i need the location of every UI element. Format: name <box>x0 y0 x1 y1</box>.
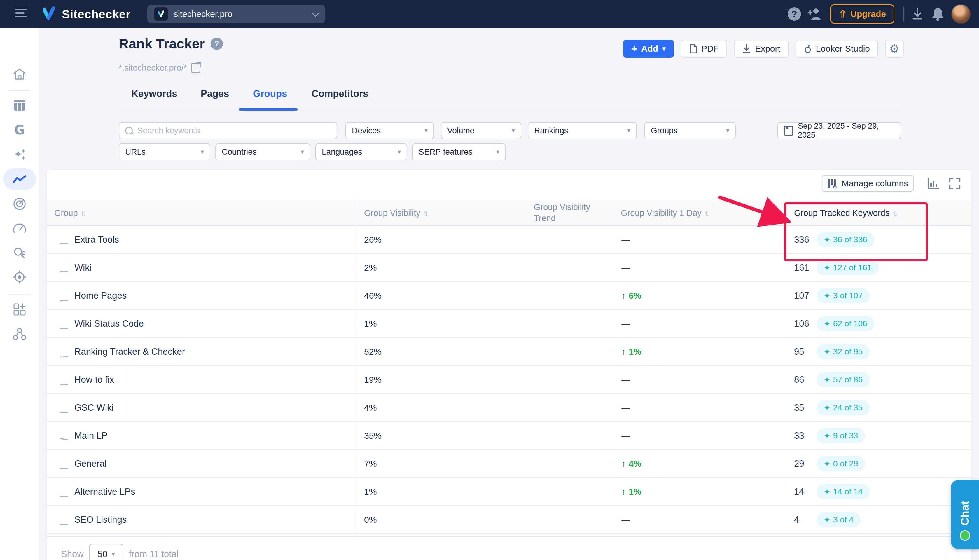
column-header-group-tracked-keywords[interactable]: Group Tracked Keywords ↑↓ <box>794 199 897 227</box>
tracked-keywords-badge[interactable]: ✦ 57 of 86 <box>817 372 870 387</box>
group-name[interactable]: Home Pages <box>74 282 127 310</box>
date-range-picker[interactable]: Sep 23, 2025 - Sep 29, 2025 <box>777 122 901 139</box>
caret-down-icon: ▾ <box>496 148 499 156</box>
tracked-keywords-badge[interactable]: ✦ 24 of 35 <box>817 400 870 415</box>
column-header-group-visibility[interactable]: Group Visibility ↑↓ <box>364 199 429 227</box>
tracked-keywords-badge[interactable]: ✦ 127 of 161 <box>817 260 879 275</box>
group-name[interactable]: General <box>74 450 107 477</box>
table-row[interactable]: Extra Tools 26% — 336 ✦ 36 of 336 <box>47 226 971 254</box>
sidebar-item-api[interactable] <box>0 323 39 345</box>
group-name[interactable]: Main LP <box>74 422 108 450</box>
table-row[interactable]: SEO Listings 0% — 4 ✦ 3 of 4 <box>47 506 971 534</box>
table-row[interactable]: General 7% ↑4% 29 ✦ 0 of 29 <box>47 450 971 478</box>
tracked-keywords-badge[interactable]: ✦ 36 of 336 <box>817 232 874 247</box>
sidebar-item-site-speed[interactable] <box>0 218 39 239</box>
tab-groups[interactable]: Groups <box>253 88 287 99</box>
tracked-keywords-badge[interactable]: ✦ 3 of 4 <box>817 512 861 527</box>
group-name[interactable]: Ranking Tracker & Checker <box>74 338 185 365</box>
expand-chevron-icon[interactable] <box>60 347 68 357</box>
group-name[interactable]: Extra Tools <box>74 226 119 253</box>
search-keywords-input-box[interactable] <box>119 122 337 139</box>
filter-groups[interactable]: Groups▾ <box>644 122 736 139</box>
sidebar-item-goal-tracking[interactable] <box>0 193 39 215</box>
tab-keywords[interactable]: Keywords <box>131 88 177 99</box>
sidebar-item-ai[interactable] <box>0 144 39 165</box>
group-name[interactable]: Wiki Status Code <box>74 310 144 337</box>
column-header-group[interactable]: Group ↑↓ <box>54 199 86 227</box>
sidebar-item-monitoring[interactable] <box>0 266 39 288</box>
export-button[interactable]: Export <box>734 40 789 58</box>
tracked-keywords-badge[interactable]: ✦ 62 of 106 <box>817 316 874 331</box>
filter-serp-features[interactable]: SERP features▾ <box>412 143 506 160</box>
invite-user-button[interactable] <box>805 8 825 20</box>
chart-view-button[interactable] <box>927 177 939 191</box>
notifications-button[interactable] <box>928 7 948 21</box>
chat-widget-button[interactable]: Chat <box>951 480 979 549</box>
pdf-button[interactable]: PDF <box>681 40 727 58</box>
group-name[interactable]: How to fix <box>74 366 114 393</box>
expand-chevron-icon[interactable] <box>60 319 68 329</box>
table-row[interactable]: How to fix 19% — 86 ✦ 57 of 86 <box>47 366 971 394</box>
expand-chevron-icon[interactable] <box>60 459 68 469</box>
group-visibility-value: 1% <box>364 310 377 337</box>
title-help-icon[interactable]: ? <box>211 38 223 50</box>
page-size-select[interactable]: 50 ▾ <box>89 544 123 560</box>
tab-competitors[interactable]: Competitors <box>312 88 368 99</box>
sidebar-item-integrations[interactable] <box>0 299 39 320</box>
sidebar-item-rank-tracker[interactable] <box>0 168 39 190</box>
table-row[interactable]: Home Pages 46% ↑6% 107 ✦ 3 of 107 <box>47 282 971 310</box>
sidebar-item-home[interactable] <box>0 63 39 85</box>
export-report-button[interactable] <box>907 8 928 20</box>
table-row[interactable]: Wiki 2% — 161 ✦ 127 of 161 <box>47 254 971 282</box>
user-avatar[interactable] <box>951 4 971 24</box>
tracked-keywords-badge[interactable]: ✦ 9 of 33 <box>817 428 865 443</box>
tab-pages[interactable]: Pages <box>201 88 229 99</box>
expand-chevron-icon[interactable] <box>60 235 68 245</box>
column-header-group-visibility-1-day[interactable]: Group Visibility 1 Day ↑↓ <box>621 199 710 227</box>
tracked-keywords-badge[interactable]: ✦ 14 of 14 <box>817 484 870 499</box>
expand-chevron-icon[interactable] <box>60 431 68 441</box>
table-row[interactable]: Alternative LPs 1% ↑1% 14 ✦ 14 of 14 <box>47 478 971 506</box>
filter-volume[interactable]: Volume▾ <box>441 122 521 139</box>
sidebar-item-backlinks[interactable] <box>0 242 39 264</box>
group-name[interactable]: Wiki <box>74 254 92 282</box>
upgrade-button[interactable]: ⇧ Upgrade <box>830 4 894 23</box>
group-name[interactable]: SEO Listings <box>74 506 127 533</box>
expand-chevron-icon[interactable] <box>60 515 68 525</box>
sparkle-diamond-icon: ✦ <box>824 487 830 497</box>
settings-button[interactable]: ⚙ <box>885 40 904 58</box>
expand-chevron-icon[interactable] <box>60 263 68 273</box>
column-header-group-visibility-trend[interactable]: Group Visibility Trend <box>534 199 595 227</box>
table-row[interactable]: Main LP 35% — 33 ✦ 9 of 33 <box>47 422 971 450</box>
filter-countries[interactable]: Countries▾ <box>215 143 310 160</box>
expand-chevron-icon[interactable] <box>60 291 68 301</box>
sidebar-item-dashboard[interactable] <box>0 95 39 116</box>
filter-urls[interactable]: URLs▾ <box>119 143 210 160</box>
fullscreen-button[interactable] <box>949 177 961 191</box>
expand-chevron-icon[interactable] <box>60 487 68 497</box>
filter-devices[interactable]: Devices▾ <box>345 122 434 139</box>
expand-chevron-icon[interactable] <box>60 375 68 385</box>
table-row[interactable]: Wiki Status Code 1% — 106 ✦ 62 of 106 <box>47 310 971 338</box>
brand-logo[interactable]: Sitechecker <box>40 5 131 23</box>
search-keywords-input[interactable] <box>137 126 331 136</box>
project-selector[interactable]: sitechecker.pro <box>147 5 325 23</box>
looker-studio-button[interactable]: Looker Studio <box>796 40 878 58</box>
tracked-keywords-badge[interactable]: ✦ 0 of 29 <box>817 456 865 471</box>
filter-languages[interactable]: Languages▾ <box>315 143 407 160</box>
expand-chevron-icon[interactable] <box>60 403 68 413</box>
tracked-keywords-badge[interactable]: ✦ 3 of 107 <box>817 288 870 303</box>
table-row[interactable]: Ranking Tracker & Checker 52% ↑1% 95 ✦ 3… <box>47 338 971 366</box>
group-name[interactable]: Alternative LPs <box>74 478 135 505</box>
filter-rankings[interactable]: Rankings▾ <box>528 122 637 139</box>
hamburger-menu-icon[interactable] <box>15 9 27 19</box>
group-name[interactable]: GSC Wiki <box>74 394 113 422</box>
sidebar-item-google[interactable]: G <box>0 119 39 141</box>
add-button[interactable]: + Add ▾ <box>623 40 674 58</box>
manage-columns-button[interactable]: Manage columns <box>822 175 914 192</box>
help-button[interactable]: ? <box>784 7 805 21</box>
tracked-keywords-badge[interactable]: ✦ 32 of 95 <box>817 344 870 359</box>
tracked-url-subtitle[interactable]: *.sitechecker.pro/* <box>119 63 200 73</box>
sidebar-item-whats-new[interactable] <box>0 558 39 560</box>
table-row[interactable]: GSC Wiki 4% — 35 ✦ 24 of 35 <box>47 394 971 422</box>
